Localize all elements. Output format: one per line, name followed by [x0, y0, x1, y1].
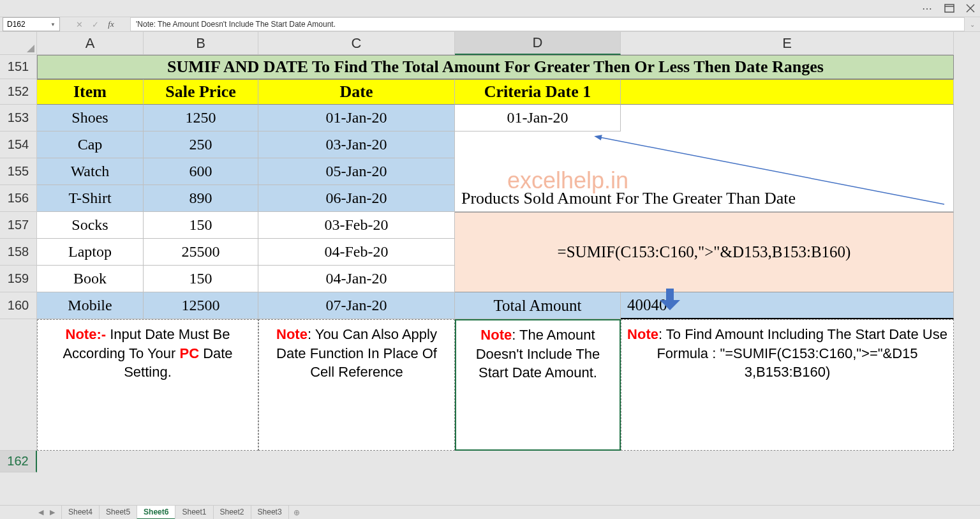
col-header-D[interactable]: D [455, 32, 621, 55]
total-value-cell[interactable]: 40040 [621, 292, 954, 319]
cell[interactable] [455, 266, 954, 292]
row-header[interactable]: 153 [0, 105, 37, 132]
sheet-tab[interactable]: Sheet5 [99, 505, 137, 519]
total-label-cell[interactable]: Total Amount [455, 292, 621, 319]
formula-bar-row: D162 ▼ ✕ ✓ fx 'Note: The Amount Doesn't … [0, 17, 980, 32]
sheet-tab[interactable]: Sheet6 [137, 505, 175, 519]
ribbon-display-icon[interactable] [944, 4, 954, 13]
chevron-down-icon[interactable]: ▼ [50, 22, 56, 27]
note-label: Note [627, 326, 658, 342]
header-date[interactable]: Date [258, 79, 455, 105]
expand-formula-bar-icon[interactable]: ⌄ [965, 21, 980, 28]
criteria-date-cell[interactable]: 01-Jan-20 [455, 105, 621, 132]
svg-rect-0 [945, 4, 954, 12]
cell-date[interactable]: 07-Jan-20 [258, 292, 455, 319]
sheet-tab[interactable]: Sheet1 [175, 505, 213, 519]
header-empty[interactable] [621, 79, 954, 105]
subtitle-cell[interactable]: Products Sold Amount For The Greater Tha… [455, 185, 954, 212]
cell-item[interactable]: Book [37, 266, 144, 292]
empty-area[interactable] [37, 451, 954, 472]
cell-date[interactable]: 03-Jan-20 [258, 132, 455, 158]
cell[interactable] [455, 132, 954, 158]
note-label: Note:- [66, 326, 107, 342]
cell-price[interactable]: 890 [144, 185, 258, 212]
sheet-tab[interactable]: Sheet2 [213, 505, 251, 519]
cell[interactable] [455, 158, 954, 185]
cell-item[interactable]: Cap [37, 132, 144, 158]
row-header[interactable]: 160 [0, 292, 37, 319]
enter-icon[interactable]: ✓ [92, 20, 99, 29]
cell[interactable] [621, 105, 954, 132]
row-header[interactable]: 162 [0, 451, 37, 472]
row-header[interactable]: 157 [0, 212, 37, 239]
row-header[interactable]: 152 [0, 79, 37, 105]
cell-date[interactable]: 04-Jan-20 [258, 266, 455, 292]
col-header-B[interactable]: B [144, 32, 258, 55]
name-box[interactable]: D162 ▼ [3, 17, 60, 31]
cell-date[interactable]: 01-Jan-20 [258, 105, 455, 132]
tab-nav-prev-icon[interactable]: ◀ [38, 508, 43, 516]
cell-price[interactable]: 1250 [144, 105, 258, 132]
cell[interactable] [455, 212, 954, 239]
header-crit[interactable]: Criteria Date 1 [455, 79, 621, 105]
cell-price[interactable]: 600 [144, 158, 258, 185]
row-header[interactable]: 159 [0, 266, 37, 292]
cell-date[interactable]: 06-Jan-20 [258, 185, 455, 212]
cell-date[interactable]: 05-Jan-20 [258, 158, 455, 185]
sheet-tab[interactable]: Sheet4 [61, 505, 100, 519]
close-icon[interactable] [966, 4, 975, 13]
cell-price[interactable]: 250 [144, 132, 258, 158]
cancel-icon[interactable]: ✕ [76, 20, 83, 29]
col-header-A[interactable]: A [37, 32, 144, 55]
cell-item[interactable]: Laptop [37, 239, 144, 266]
name-box-value: D162 [7, 20, 26, 29]
cell-price[interactable]: 150 [144, 266, 258, 292]
column-headers: A B C D E [0, 32, 980, 55]
row-header[interactable]: 156 [0, 185, 37, 212]
note-4[interactable]: Note: To Find Amount Including The Start… [621, 319, 954, 451]
formula-bar-text: 'Note: The Amount Doesn't Include The St… [136, 20, 336, 29]
cell-item[interactable]: Socks [37, 212, 144, 239]
row-header[interactable] [0, 319, 37, 451]
cell-item[interactable]: T-Shirt [37, 185, 144, 212]
header-price[interactable]: Sale Price [144, 79, 258, 105]
cell-item[interactable]: Shoes [37, 105, 144, 132]
formula-display-cell[interactable]: =SUMIF(C153:C160,">"&D153,B153:B160) [455, 239, 954, 266]
sheet-tab[interactable]: Sheet3 [251, 505, 289, 519]
cell-item[interactable]: Mobile [37, 292, 144, 319]
row-header[interactable]: 151 [0, 55, 37, 79]
window-titlebar: ⋯ [0, 0, 980, 17]
formula-bar[interactable]: 'Note: The Amount Doesn't Include The St… [130, 17, 965, 31]
note-3-selected[interactable]: Note: The Amount Doesn't Include The Sta… [455, 319, 621, 451]
cell-item[interactable]: Watch [37, 158, 144, 185]
cell-price[interactable]: 150 [144, 212, 258, 239]
cell-price[interactable]: 25500 [144, 239, 258, 266]
formula-bar-buttons: ✕ ✓ fx [60, 19, 130, 29]
col-header-E[interactable]: E [621, 32, 954, 55]
col-header-C[interactable]: C [258, 32, 455, 55]
row-header[interactable]: 154 [0, 132, 37, 158]
cell-date[interactable]: 04-Feb-20 [258, 239, 455, 266]
tab-nav-next-icon[interactable]: ▶ [50, 508, 55, 516]
add-sheet-icon[interactable]: ⊕ [288, 506, 305, 519]
header-item[interactable]: Item [37, 79, 144, 105]
sheet-tab-strip: ◀ ▶ Sheet4Sheet5Sheet6Sheet1Sheet2Sheet3… [0, 505, 980, 519]
note-2[interactable]: Note: You Can Also Apply Date Function I… [258, 319, 455, 451]
cell-price[interactable]: 12500 [144, 292, 258, 319]
note-label: Note [276, 326, 308, 342]
title-cell[interactable]: SUMIF AND DATE To Find The Total Amount … [37, 55, 954, 79]
row-header[interactable]: 155 [0, 158, 37, 185]
note-label: Note [480, 327, 512, 343]
fx-icon[interactable]: fx [108, 19, 114, 29]
more-icon[interactable]: ⋯ [922, 3, 933, 15]
row-header[interactable]: 158 [0, 239, 37, 266]
note-1[interactable]: Note:- Input Date Must Be According To Y… [37, 319, 258, 451]
cell-date[interactable]: 03-Feb-20 [258, 212, 455, 239]
select-all-corner[interactable] [0, 32, 37, 55]
